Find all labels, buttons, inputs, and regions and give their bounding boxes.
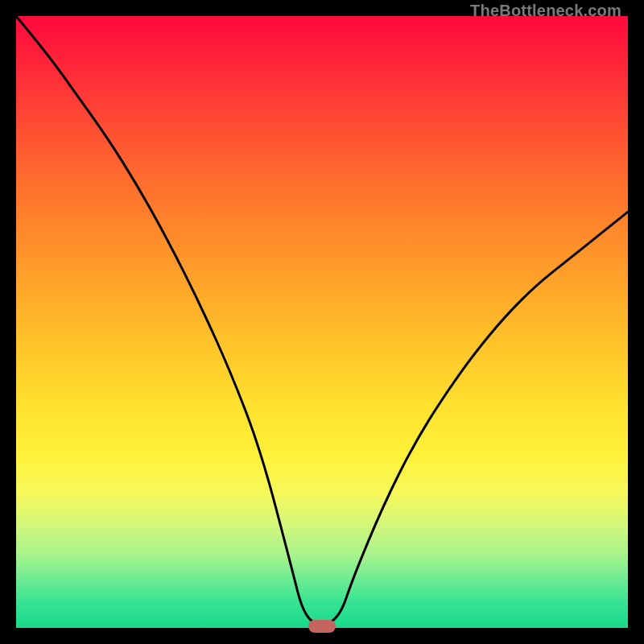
curve-path [16, 16, 628, 625]
chart-frame: TheBottleneck.com [0, 0, 644, 644]
bottleneck-curve [16, 16, 628, 628]
plot-area [16, 16, 628, 628]
attribution-text: TheBottleneck.com [470, 2, 621, 20]
optimal-marker [308, 620, 336, 633]
